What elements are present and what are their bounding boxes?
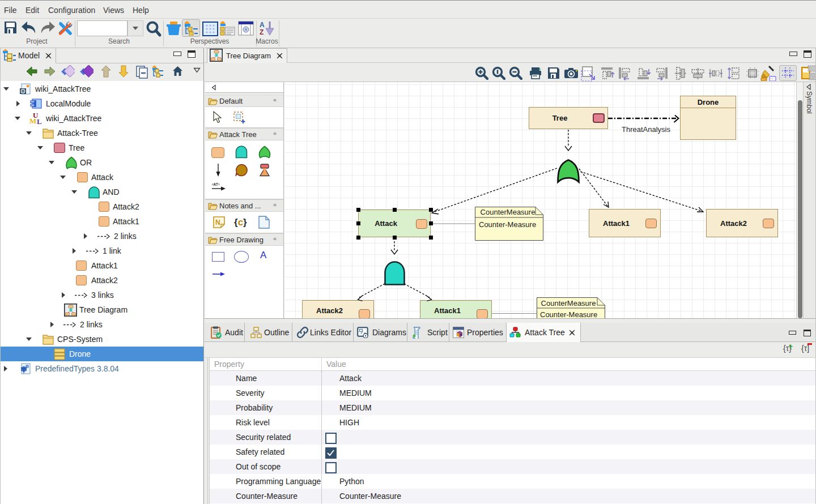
svg-text:A: A: [260, 21, 265, 29]
svg-text:M: M: [29, 117, 36, 125]
svg-text:N: N: [215, 219, 220, 227]
svg-text:Z: Z: [260, 28, 264, 36]
svg-text:ThreatAnalysis: ThreatAnalysis: [622, 125, 670, 134]
svg-text:‹AT›: ‹AT›: [212, 182, 220, 186]
svg-text:L: L: [37, 117, 42, 125]
